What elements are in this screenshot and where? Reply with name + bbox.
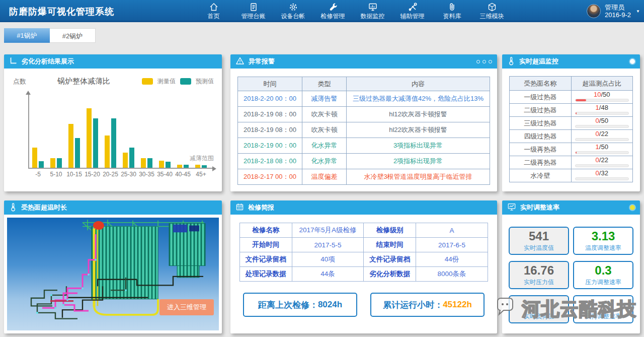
overtemp-progressbar: [575, 164, 629, 167]
panel-title: 异常报警: [249, 57, 275, 66]
rate-label: 实时负荷值: [524, 312, 554, 321]
column-header-content: 内容: [347, 77, 490, 91]
panel-header: 实时超温监控: [502, 54, 640, 69]
nav-item-3d-module[interactable]: 三维模块: [472, 0, 512, 22]
nav-label: 管理台账: [242, 12, 266, 21]
tab-boiler-1[interactable]: #1锅炉: [4, 28, 50, 43]
overtemp-total: /48: [599, 104, 608, 111]
bar-group: 35-40: [159, 161, 171, 168]
x-tick-label: 15-20: [85, 171, 100, 178]
field-label: 文件记录留档: [364, 252, 416, 267]
wrench-icon: [328, 2, 338, 12]
panel-realtime-rates: 实时调整速率 541 实时温度值 3.13 温度调整速率 16.76 实时压力值…: [502, 200, 640, 333]
column-header-type: 类型: [302, 77, 347, 91]
alarm-type: 化水异常: [302, 154, 347, 169]
rate-label: 温度调整速率: [585, 244, 621, 252]
overtemp-row: 一级再热器 1/50: [510, 143, 633, 156]
chart-legend: 测量值 预测值: [142, 77, 214, 86]
alarm-row[interactable]: 2018-2-20 00：00 减薄告警 三级过热器最大减薄值42%，危险点占比…: [238, 91, 490, 107]
nav-item-data-monitor[interactable]: 数据监控: [353, 0, 392, 22]
alarm-row[interactable]: 2018-2-17 00：00 温度偏差 水冷壁3根管道温度明显高于临近管排: [238, 169, 490, 185]
alarm-row[interactable]: 2018-2-19 00：00 化水异常 3项指标出现异常: [238, 138, 490, 154]
bar-group: 15-20: [87, 108, 98, 168]
rate-value: 541: [529, 230, 549, 243]
bar-predicted: [184, 165, 189, 168]
nav-item-maintenance[interactable]: 检修管理: [313, 0, 353, 22]
bar-measured: [123, 153, 128, 168]
bar-measured: [32, 148, 37, 168]
nav-item-equipment[interactable]: 设备台帐: [273, 0, 313, 22]
user-dropdown-caret[interactable]: ▼: [636, 9, 640, 14]
nav-label: 检修管理: [321, 12, 345, 21]
alarm-time: 2018-2-19 08：00: [238, 122, 302, 138]
panel-title: 受热面超温时长: [21, 203, 67, 212]
rate-label: 实时温度值: [524, 244, 554, 252]
since-last-overhaul-button[interactable]: 距离上次检修：8024h: [243, 293, 357, 317]
field-value: 8000条条: [416, 267, 488, 282]
alarm-time: 2018-2-19 00：00: [238, 138, 302, 154]
alarm-time: 2018-2-19 08：00: [238, 107, 302, 122]
total-running-hours-button[interactable]: 累计运行小时：45122h: [370, 293, 485, 317]
stat-label: 累计运行小时：: [383, 299, 443, 311]
paperclip-icon: [447, 2, 457, 12]
field-label: 文件记录留档: [240, 252, 292, 267]
dot-icon: [489, 60, 492, 63]
gear-icon: [288, 2, 298, 12]
alarm-row[interactable]: 2018-2-19 08：00 吹灰卡顿 hl22吹灰器卡顿报警: [238, 122, 490, 138]
stat-label: 距离上次检修：: [258, 299, 318, 311]
pressure-adjust-rate-box: 0.3 压力调整速率: [573, 261, 633, 289]
bar-groups: -55-1010-1515-2020-2525-3030-3535-4040-4…: [32, 93, 207, 168]
bar-group: 20-25: [105, 118, 116, 168]
overtemp-total: /50: [599, 117, 608, 124]
bar-predicted: [202, 165, 207, 168]
field-label: 结束时间: [364, 238, 416, 252]
enter-3d-management-button[interactable]: 进入三维管理: [159, 299, 214, 315]
alarm-row[interactable]: 2018-2-19 08：00 吹灰卡顿 hl12吹灰器卡顿报警: [238, 107, 490, 122]
x-tick-label: 25-30: [121, 171, 136, 178]
bar-measured: [141, 158, 146, 168]
nav-item-library[interactable]: 资料库: [432, 0, 472, 22]
surface-name: 二级过热器: [510, 104, 572, 117]
overtemp-total: /22: [599, 156, 608, 164]
field-label: 检修名称: [240, 223, 292, 238]
overtemp-count: 0: [596, 156, 599, 164]
alarm-row[interactable]: 2018-2-18 08：00 化水异常 2项指标出现异常: [238, 154, 490, 169]
bar-predicted: [57, 158, 62, 168]
status-indicator: [630, 59, 635, 64]
overtemp-progressbar: [575, 151, 629, 154]
overtemp-row: 水冷壁 0/32: [510, 169, 633, 182]
home-icon: [209, 2, 219, 12]
nav-item-aux-manage[interactable]: 辅助管理: [392, 0, 432, 22]
user-info[interactable]: 管理员 2016-9-2: [587, 4, 631, 19]
alarm-options-menu[interactable]: [476, 60, 492, 63]
field-label: 处理记录数据: [240, 267, 292, 282]
bar-group: 5-10: [50, 158, 62, 168]
nav-item-home[interactable]: 首页: [194, 0, 233, 22]
overtemp-count: 0: [596, 117, 599, 124]
bar-group: 40-45: [177, 165, 189, 168]
overtemp-table: 受热面名称 超温测点占比 一级过热器 10/50 二级过热器 1/48 三级过热…: [509, 76, 633, 182]
thermometer-icon: [507, 56, 515, 67]
rate-grid: 541 实时温度值 3.13 温度调整速率 16.76 实时压力值 0.3 压力…: [502, 215, 640, 323]
surface-name: 水冷壁: [510, 169, 572, 182]
thermometer-icon: [9, 203, 17, 213]
tab-boiler-2[interactable]: #2锅炉: [50, 28, 96, 43]
bar-predicted: [75, 138, 80, 168]
alarm-content: 3项指标出现异常: [347, 138, 490, 154]
main-nav: 首页 管理台账 设备台帐 检修管理 数据监控 辅助管理 资料库 三维模块: [194, 0, 512, 22]
nav-label: 首页: [208, 12, 220, 21]
panel-degradation-analysis: 劣化分析结果展示 点数 锅炉整体减薄比 测量值 预测值 -55-1010-151…: [4, 54, 222, 191]
panel-title: 实时调整速率: [520, 203, 559, 212]
nav-label: 资料库: [443, 12, 461, 21]
maintenance-table: 检修名称 2017年5月A级检修 检修级别 A 开始时间 2017-5-5 结束…: [239, 223, 488, 282]
bar-predicted: [111, 118, 116, 168]
bar-group: -5: [32, 148, 44, 168]
bar-measured: [105, 136, 110, 168]
nav-item-ledger[interactable]: 管理台账: [233, 0, 273, 22]
panel-title: 检修简报: [248, 203, 274, 212]
panel-header: 实时调整速率: [502, 200, 640, 215]
overtemp-row: 一级过热器 10/50: [510, 91, 633, 104]
field-value: 44条: [292, 267, 364, 282]
alarm-time: 2018-2-20 00：00: [238, 91, 302, 107]
panel-maintenance-brief: 检修简报 检修名称 2017年5月A级检修 检修级别 A 开始时间 2017-5…: [230, 200, 497, 333]
